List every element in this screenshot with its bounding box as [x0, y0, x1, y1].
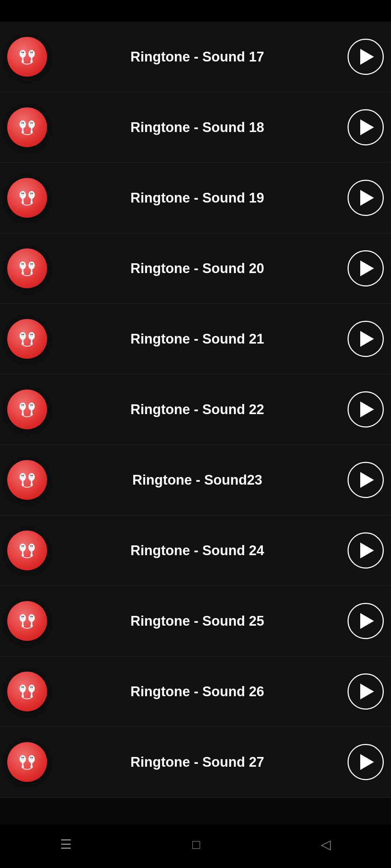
svg-point-33: [32, 193, 33, 194]
svg-point-91: [30, 545, 33, 549]
ringtone-label-25: Ringtone - Sound 25: [47, 613, 348, 629]
list-item[interactable]: Ringtone - Sound 20: [0, 233, 391, 304]
play-button-18[interactable]: [348, 109, 384, 145]
ringtone-icon-19: [7, 178, 47, 218]
list-item[interactable]: Ringtone - Sound 24: [0, 515, 391, 586]
svg-point-50: [21, 334, 22, 335]
svg-point-122: [21, 757, 22, 758]
svg-point-67: [30, 404, 33, 408]
ringtone-label-18: Ringtone - Sound 18: [47, 120, 348, 135]
play-button-24[interactable]: [348, 532, 384, 569]
svg-point-73: [21, 474, 25, 478]
svg-point-2: [21, 52, 22, 53]
svg-point-59: [30, 342, 33, 345]
svg-point-107: [30, 625, 33, 627]
ringtone-label-24: Ringtone - Sound 24: [47, 543, 348, 558]
svg-point-25: [21, 192, 25, 196]
svg-point-65: [21, 413, 24, 416]
svg-point-131: [30, 766, 33, 768]
play-triangle-icon: [360, 472, 374, 488]
back-icon[interactable]: ◁: [321, 837, 331, 852]
svg-point-62: [21, 404, 22, 405]
svg-point-125: [21, 766, 24, 768]
svg-point-97: [21, 615, 25, 619]
play-button-25[interactable]: [348, 603, 384, 639]
ringtone-label-20: Ringtone - Sound 20: [47, 261, 348, 276]
svg-point-5: [21, 60, 24, 63]
svg-point-110: [21, 686, 22, 688]
play-button-20[interactable]: [348, 250, 384, 286]
list-item[interactable]: Ringtone - Sound 18: [0, 92, 391, 163]
svg-point-115: [30, 686, 33, 690]
svg-point-77: [21, 484, 24, 486]
svg-point-19: [30, 122, 33, 125]
list-item[interactable]: Ringtone - Sound 27: [0, 727, 391, 797]
nav-bar: ☰ □ ◁: [0, 825, 391, 868]
svg-point-15: [23, 122, 24, 123]
list-item[interactable]: Ringtone - Sound 25: [0, 586, 391, 656]
ringtone-icon-21: [7, 319, 47, 359]
svg-point-35: [30, 201, 33, 204]
svg-point-87: [23, 545, 24, 546]
svg-point-55: [30, 333, 33, 337]
ringtone-icon-27: [7, 742, 47, 782]
play-button-22[interactable]: [348, 391, 384, 427]
list-item[interactable]: Ringtone - Sound23: [0, 445, 391, 515]
menu-icon[interactable]: ☰: [60, 837, 72, 852]
home-icon[interactable]: □: [192, 837, 200, 852]
ringtone-icon-17: [7, 37, 47, 77]
list-item[interactable]: Ringtone - Sound 21: [0, 304, 391, 374]
svg-point-98: [21, 616, 22, 617]
svg-point-27: [23, 193, 24, 194]
svg-point-113: [21, 695, 24, 698]
play-triangle-icon: [360, 49, 374, 65]
ringtone-label-17: Ringtone - Sound 17: [47, 49, 348, 65]
ringtone-label-23: Ringtone - Sound23: [47, 472, 348, 488]
svg-point-74: [21, 475, 22, 476]
status-bar: [0, 0, 391, 22]
list-item[interactable]: Ringtone - Sound 26: [0, 656, 391, 727]
svg-point-1: [21, 51, 25, 55]
play-triangle-icon: [360, 401, 374, 417]
list-item[interactable]: Ringtone - Sound 22: [0, 374, 391, 445]
svg-point-83: [30, 484, 33, 486]
svg-point-26: [21, 193, 22, 194]
svg-point-79: [30, 474, 33, 478]
ringtone-icon-23: [7, 460, 47, 500]
play-button-19[interactable]: [348, 180, 384, 216]
svg-point-127: [30, 756, 33, 760]
list-item[interactable]: Ringtone - Sound 17: [0, 22, 391, 92]
svg-point-13: [21, 122, 25, 125]
svg-point-20: [30, 122, 31, 123]
svg-point-53: [21, 342, 24, 345]
svg-point-61: [21, 404, 25, 408]
svg-point-93: [32, 545, 33, 546]
ringtone-icon-22: [7, 390, 47, 429]
play-button-23[interactable]: [348, 462, 384, 498]
svg-point-123: [23, 757, 24, 758]
svg-point-116: [30, 686, 31, 688]
svg-point-37: [21, 263, 25, 267]
svg-point-39: [23, 263, 24, 264]
svg-point-17: [21, 131, 24, 133]
svg-point-11: [30, 60, 33, 63]
svg-point-14: [21, 122, 22, 123]
play-button-26[interactable]: [348, 673, 384, 710]
list-item[interactable]: Ringtone - Sound 19: [0, 163, 391, 233]
svg-point-80: [30, 475, 31, 476]
svg-point-23: [30, 131, 33, 133]
play-button-17[interactable]: [348, 39, 384, 75]
play-button-21[interactable]: [348, 321, 384, 357]
play-button-27[interactable]: [348, 744, 384, 780]
svg-point-68: [30, 404, 31, 405]
play-triangle-icon: [360, 190, 374, 206]
play-triangle-icon: [360, 331, 374, 347]
svg-point-92: [30, 545, 31, 546]
svg-point-71: [30, 413, 33, 416]
svg-point-128: [30, 757, 31, 758]
svg-point-117: [32, 686, 33, 688]
svg-point-86: [21, 545, 22, 546]
svg-point-31: [30, 192, 33, 196]
svg-point-44: [30, 263, 31, 264]
ringtone-label-19: Ringtone - Sound 19: [47, 190, 348, 206]
